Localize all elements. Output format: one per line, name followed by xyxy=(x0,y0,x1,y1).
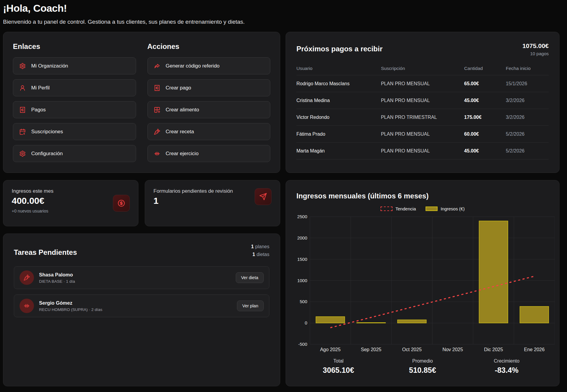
diets-count: 1dietas xyxy=(251,252,269,257)
link-label: Mi Organización xyxy=(31,63,68,69)
payments-title: Próximos pagos a recibir xyxy=(296,42,383,53)
svg-text:Ene 2026: Ene 2026 xyxy=(524,347,545,352)
link-suscripciones[interactable]: $ Suscripciones xyxy=(13,123,136,140)
cell-plan: PLAN PRO TRIMESTRAL xyxy=(381,115,464,120)
svg-text:$: $ xyxy=(23,132,25,135)
svg-text:Ago 2025: Ago 2025 xyxy=(320,347,341,352)
tasks-title: Tareas Pendientes xyxy=(14,244,77,257)
cell-amount: 65.00€ xyxy=(464,81,506,86)
dollar-circle-icon xyxy=(117,199,125,207)
cell-date: 3/2/2026 xyxy=(506,98,549,103)
income-month-card: Ingresos este mes 400.00€ +0 nuevos usua… xyxy=(3,180,138,226)
payments-summary: 1075.00€ 10 pagos xyxy=(522,42,549,56)
cell-plan: PLAN PRO MENSUAL xyxy=(381,98,464,103)
trend-legend-swatch xyxy=(381,207,393,211)
dashboard-page: ¡Hola, Coach! Bienvenido a tu panel de c… xyxy=(0,0,567,392)
left-column: Enlaces Mi Organización Mi Perfil Pag xyxy=(3,32,280,386)
user-icon xyxy=(19,85,26,91)
task-text: Shasa Palomo DIETA BASE · 1 día xyxy=(39,272,75,284)
chart-title: Ingresos mensuales (últimos 6 meses) xyxy=(296,192,549,200)
chart-stats: Total 3065.10€ Promedio 510.85€ Crecimie… xyxy=(296,358,549,375)
gear-icon xyxy=(19,150,26,157)
cell-date: 3/2/2026 xyxy=(506,115,549,120)
receipt-euro-icon xyxy=(19,107,26,113)
svg-text:0: 0 xyxy=(305,320,307,325)
action-label: Generar código referido xyxy=(166,63,220,69)
plans-count-label: planes xyxy=(255,244,269,249)
table-row: Victor Redondo PLAN PRO TRIMESTRAL 175.0… xyxy=(296,109,549,126)
col-usuario: Usuario xyxy=(296,66,381,71)
action-crear-receta[interactable]: Crear receta xyxy=(147,123,271,140)
link-mi-organizacion[interactable]: Mi Organización xyxy=(13,57,136,74)
chart-legend: Tendencia Ingresos (€) xyxy=(296,206,549,211)
actions-list: Generar código referido Crear pago Crear… xyxy=(147,57,271,162)
task-client-name: Shasa Palomo xyxy=(39,272,75,278)
table-row: Cristina Medina PLAN PRO MENSUAL 45.00€ … xyxy=(296,92,549,109)
col-cantidad: Cantidad xyxy=(464,66,506,71)
action-crear-pago[interactable]: Crear pago xyxy=(147,79,271,96)
svg-text:Oct 2025: Oct 2025 xyxy=(402,347,422,352)
trend-legend-label: Tendencia xyxy=(396,206,416,211)
link-configuracion[interactable]: Configuración xyxy=(13,145,136,162)
table-row: Fátima Prado PLAN PRO MENSUAL 60.00€ 5/2… xyxy=(296,126,549,143)
svg-text:1500: 1500 xyxy=(297,257,307,262)
right-column: Próximos pagos a recibir 1075.00€ 10 pag… xyxy=(286,32,559,386)
tasks-counts: 1planes 1dietas xyxy=(251,244,269,257)
col-fecha-inicio: Fecha inicio xyxy=(506,66,549,71)
task-text: Sergio Gómez RECU HOMBRO (SUPRA) · 2 día… xyxy=(39,300,102,312)
income-legend-label: Ingresos (€) xyxy=(441,206,465,211)
pending-forms-label: Formularios pendientes de revisión xyxy=(153,188,233,194)
pending-forms-value: 1 xyxy=(153,196,233,206)
dumbbell-icon xyxy=(23,303,30,309)
col-suscripcion: Suscripción xyxy=(381,66,464,71)
cell-plan: PLAN PRO MENSUAL xyxy=(381,131,464,137)
task-avatar xyxy=(20,299,34,313)
svg-text:Nov 2025: Nov 2025 xyxy=(442,347,463,352)
cell-plan: PLAN PRO MENSUAL xyxy=(381,148,464,154)
payments-table-header: Usuario Suscripción Cantidad Fecha inici… xyxy=(296,64,549,75)
stat-promedio-value: 510.85€ xyxy=(381,366,465,375)
payments-table: Usuario Suscripción Cantidad Fecha inici… xyxy=(296,64,549,159)
action-label: Crear ejercicio xyxy=(166,151,199,157)
task-detail: RECU HOMBRO (SUPRA) · 2 días xyxy=(39,307,102,312)
plans-count: 1planes xyxy=(251,244,269,249)
link-mi-perfil[interactable]: Mi Perfil xyxy=(13,79,136,96)
stat-promedio: Promedio 510.85€ xyxy=(381,358,465,375)
view-diet-button[interactable]: Ver dieta xyxy=(236,272,264,283)
income-month-text: Ingresos este mes 400.00€ +0 nuevos usua… xyxy=(12,188,53,218)
chart-wrap: -50005001000150020002500Ago 2025Sep 2025… xyxy=(296,214,549,354)
action-label: Crear pago xyxy=(166,85,191,91)
upcoming-payments-panel: Próximos pagos a recibir 1075.00€ 10 pag… xyxy=(286,32,559,173)
cell-user: Cristina Medina xyxy=(296,98,381,103)
link-pagos[interactable]: Pagos xyxy=(13,101,136,118)
action-label: Crear receta xyxy=(166,129,194,135)
cell-date: 5/2/2026 xyxy=(506,148,549,154)
stat-crecimiento-label: Crecimiento xyxy=(465,358,549,364)
stat-total-value: 3065.10€ xyxy=(296,366,381,375)
pending-forms-card: Formularios pendientes de revisión 1 xyxy=(145,180,280,226)
task-item-plan: Sergio Gómez RECU HOMBRO (SUPRA) · 2 día… xyxy=(14,294,269,317)
income-bar-chart: -50005001000150020002500Ago 2025Sep 2025… xyxy=(296,214,555,353)
svg-text:Dic 2025: Dic 2025 xyxy=(484,347,503,352)
income-month-value: 400.00€ xyxy=(12,196,53,206)
stat-total-label: Total xyxy=(296,358,381,364)
action-crear-alimento[interactable]: Crear alimento xyxy=(147,101,271,118)
payments-header: Próximos pagos a recibir 1075.00€ 10 pag… xyxy=(296,42,549,56)
action-generar-codigo-referido[interactable]: Generar código referido xyxy=(147,57,271,74)
page-header: ¡Hola, Coach! Bienvenido a tu panel de c… xyxy=(3,2,559,25)
pending-tasks-panel: Tareas Pendientes 1planes 1dietas Shasa … xyxy=(3,234,280,386)
action-crear-ejercicio[interactable]: Crear ejercicio xyxy=(147,145,271,162)
dumbbell-icon xyxy=(154,150,160,157)
stat-promedio-label: Promedio xyxy=(381,358,465,364)
page-subtitle: Bienvenido a tu panel de control. Gestio… xyxy=(3,19,559,25)
action-label: Crear alimento xyxy=(166,107,199,113)
stat-total: Total 3065.10€ xyxy=(296,358,381,375)
cell-user: Rodrigo Marco Masclans xyxy=(296,81,381,86)
payments-total-amount: 1075.00€ xyxy=(522,42,549,50)
cell-amount: 60.00€ xyxy=(464,131,506,137)
plans-count-value: 1 xyxy=(251,244,254,249)
pending-forms-text: Formularios pendientes de revisión 1 xyxy=(153,188,233,218)
view-plan-button[interactable]: Ver plan xyxy=(237,300,264,311)
cell-user: Fátima Prado xyxy=(296,131,381,137)
forms-icon-tile xyxy=(255,188,271,205)
